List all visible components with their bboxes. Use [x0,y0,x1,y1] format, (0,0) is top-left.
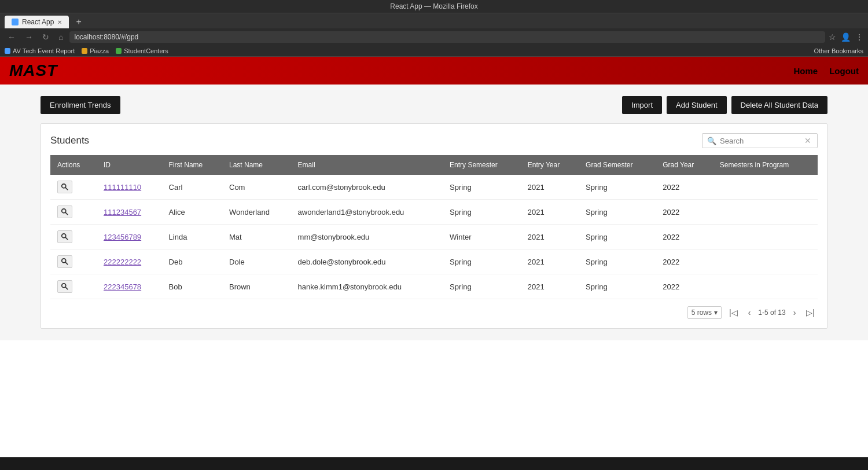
grad-semester-cell: Spring [579,175,656,200]
other-bookmarks[interactable]: Other Bookmarks [814,47,863,54]
home-nav-link[interactable]: Home [794,66,818,76]
svg-point-4 [62,234,66,238]
content-area: Enrollment Trends Import Add Student Del… [0,85,868,340]
student-id-link[interactable]: 111111110 [104,183,141,192]
grad-semester-cell: Spring [579,274,656,299]
bookmark-av-tech[interactable]: AV Tech Event Report [5,47,75,54]
entry-year-cell: 2021 [521,274,579,299]
col-grad-year: Grad Year [656,155,713,175]
bookmark-favicon [5,48,10,54]
student-id-link[interactable]: 123456789 [104,233,141,241]
svg-point-0 [62,184,66,188]
svg-point-6 [62,259,66,263]
menu-icon[interactable]: ⋮ [855,32,863,42]
first-name-cell: Alice [162,200,222,225]
entry-semester-cell: Spring [443,274,521,299]
view-student-button[interactable] [57,205,72,218]
home-button[interactable]: ⌂ [56,31,66,43]
bookmark-piazza[interactable]: Piazza [82,47,109,54]
rows-per-page-label: 5 rows [692,309,712,317]
col-grad-semester: Grad Semester [579,155,656,175]
col-id: ID [97,155,162,175]
table-row: 111111110 Carl Com carl.com@stonybrook.e… [50,175,818,200]
prev-page-button[interactable]: ‹ [745,307,754,318]
new-tab-button[interactable]: + [71,17,86,27]
search-clear-icon[interactable]: ✕ [804,136,811,145]
search-input[interactable] [720,137,801,145]
id-cell: 222345678 [97,274,162,299]
grad-year-cell: 2022 [656,175,713,200]
entry-year-cell: 2021 [521,200,579,225]
add-student-button[interactable]: Add Student [667,96,727,114]
bookmark-icon[interactable]: ☆ [829,32,836,42]
table-header: Actions ID First Name Last Name Email En… [50,155,818,175]
table-row: 222222222 Deb Dole deb.dole@stonybrook.e… [50,249,818,274]
browser-title-bar: React App — Mozilla Firefox [0,0,868,13]
bookmark-student-centers[interactable]: StudentCenters [116,47,168,54]
col-actions: Actions [50,155,97,175]
view-student-button[interactable] [57,230,72,243]
view-student-button[interactable] [57,255,72,268]
app-navbar: MAST Home Logout [0,57,868,85]
back-button[interactable]: ← [5,31,19,43]
app-container: MAST Home Logout Enrollment Trends Impor… [0,57,868,457]
svg-line-3 [65,212,68,215]
logout-nav-link[interactable]: Logout [829,66,859,76]
tab-favicon [12,19,19,25]
student-id-link[interactable]: 111234567 [104,208,141,216]
tab-label: React App [22,18,54,26]
import-button[interactable]: Import [622,96,662,114]
bookmark-label: Piazza [90,47,109,54]
student-id-link[interactable]: 222345678 [104,282,141,291]
entry-semester-cell: Spring [443,249,521,274]
first-page-button[interactable]: |◁ [726,307,741,318]
svg-point-8 [62,284,66,288]
bookmark-label: AV Tech Event Report [13,47,75,54]
last-page-button[interactable]: ▷| [803,307,818,318]
email-cell: awonderland1@stonybrook.edu [291,200,443,225]
view-student-button[interactable] [57,280,72,293]
id-cell: 111111110 [97,175,162,200]
profile-icon[interactable]: 👤 [841,32,851,42]
entry-semester-cell: Spring [443,175,521,200]
action-cell [50,249,97,274]
action-cell [50,274,97,299]
entry-semester-cell: Spring [443,200,521,225]
student-id-link[interactable]: 222222222 [104,258,141,266]
card-title: Students [50,135,89,146]
svg-point-2 [62,209,66,213]
grad-semester-cell: Spring [579,200,656,225]
semesters-cell [713,175,818,200]
svg-line-5 [65,237,68,240]
active-tab[interactable]: React App ✕ [5,16,69,28]
address-bar-wrap[interactable]: localhost:8080/#/gpd [69,31,825,43]
search-wrap[interactable]: 🔍 ✕ [702,133,818,148]
browser-title: React App — Mozilla Firefox [390,2,477,10]
pagination: 5 rows ▾ |◁ ‹ 1-5 of 13 › ▷| [50,306,818,319]
search-icon: 🔍 [707,137,716,145]
first-name-cell: Deb [162,249,222,274]
col-entry-semester: Entry Semester [443,155,521,175]
view-student-button[interactable] [57,181,72,193]
col-email: Email [291,155,443,175]
table-row: 222345678 Bob Brown hanke.kimm1@stonybro… [50,274,818,299]
id-cell: 123456789 [97,225,162,249]
toolbar: Enrollment Trends Import Add Student Del… [41,96,827,114]
next-page-button[interactable]: › [790,307,799,318]
students-card: Students 🔍 ✕ Actions ID First Name Last … [41,123,827,329]
semesters-cell [713,200,818,225]
grad-year-cell: 2022 [656,225,713,249]
tab-close-button[interactable]: ✕ [57,19,62,25]
last-name-cell: Com [222,175,291,200]
first-name-cell: Carl [162,175,222,200]
forward-button[interactable]: → [22,31,36,43]
toolbar-left: Enrollment Trends [41,96,120,114]
table-body: 111111110 Carl Com carl.com@stonybrook.e… [50,175,818,299]
reload-button[interactable]: ↻ [39,31,52,43]
first-name-cell: Linda [162,225,222,249]
delete-all-button[interactable]: Delete All Student Data [731,96,827,114]
rows-per-page-select[interactable]: 5 rows ▾ [687,306,722,319]
enrollment-trends-button[interactable]: Enrollment Trends [41,96,120,114]
grad-semester-cell: Spring [579,249,656,274]
svg-line-1 [65,188,68,190]
